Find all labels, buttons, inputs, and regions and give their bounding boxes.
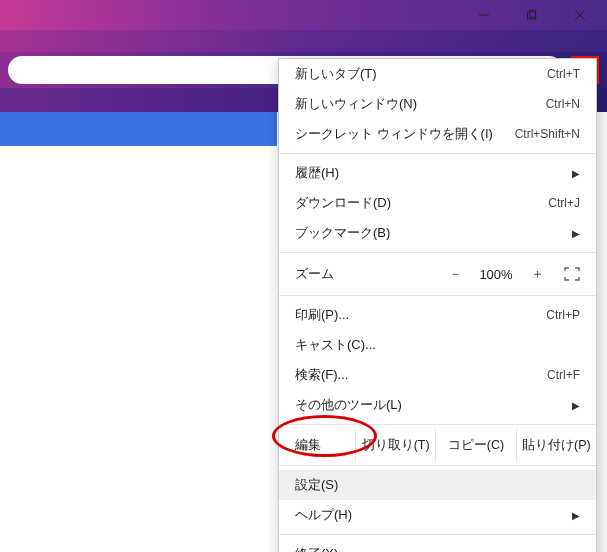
menu-shortcut: Ctrl+N bbox=[546, 97, 580, 111]
menu-item-new-tab[interactable]: 新しいタブ(T) Ctrl+T bbox=[279, 59, 596, 89]
submenu-arrow-icon: ▶ bbox=[572, 228, 580, 239]
menu-label: その他のツール(L) bbox=[295, 396, 402, 414]
menu-separator bbox=[279, 465, 596, 466]
menu-label: ブックマーク(B) bbox=[295, 224, 390, 242]
menu-item-downloads[interactable]: ダウンロード(D) Ctrl+J bbox=[279, 188, 596, 218]
zoom-value: 100% bbox=[474, 267, 518, 282]
menu-item-find[interactable]: 検索(F)... Ctrl+F bbox=[279, 360, 596, 390]
minimize-button[interactable] bbox=[461, 0, 507, 30]
menu-label: 終了(X) bbox=[295, 545, 338, 552]
menu-item-bookmarks[interactable]: ブックマーク(B) ▶ bbox=[279, 218, 596, 248]
menu-label: 設定(S) bbox=[295, 476, 338, 494]
menu-item-edit: 編集 切り取り(T) コピー(C) 貼り付け(P) bbox=[279, 429, 596, 461]
submenu-arrow-icon: ▶ bbox=[572, 168, 580, 179]
menu-item-print[interactable]: 印刷(P)... Ctrl+P bbox=[279, 300, 596, 330]
zoom-out-button[interactable]: － bbox=[440, 261, 470, 287]
menu-separator bbox=[279, 424, 596, 425]
menu-label: ズーム bbox=[295, 265, 436, 283]
content-blue-panel bbox=[0, 112, 277, 146]
menu-separator bbox=[279, 295, 596, 296]
menu-label: キャスト(C)... bbox=[295, 336, 376, 354]
tab-strip bbox=[0, 30, 607, 52]
maximize-button[interactable] bbox=[509, 0, 555, 30]
menu-label: 印刷(P)... bbox=[295, 306, 349, 324]
menu-item-settings[interactable]: 設定(S) bbox=[279, 470, 596, 500]
menu-label: ヘルプ(H) bbox=[295, 506, 352, 524]
submenu-arrow-icon: ▶ bbox=[572, 400, 580, 411]
menu-shortcut: Ctrl+J bbox=[548, 196, 580, 210]
menu-label: 新しいウィンドウ(N) bbox=[295, 95, 417, 113]
browser-main-menu: 新しいタブ(T) Ctrl+T 新しいウィンドウ(N) Ctrl+N シークレッ… bbox=[278, 58, 597, 552]
zoom-in-button[interactable]: ＋ bbox=[522, 261, 552, 287]
menu-item-zoom: ズーム － 100% ＋ bbox=[279, 257, 596, 291]
edit-copy-button[interactable]: コピー(C) bbox=[435, 429, 515, 461]
menu-item-new-window[interactable]: 新しいウィンドウ(N) Ctrl+N bbox=[279, 89, 596, 119]
fullscreen-button[interactable] bbox=[556, 261, 588, 287]
menu-label: 新しいタブ(T) bbox=[295, 65, 377, 83]
menu-shortcut: Ctrl+Shift+N bbox=[515, 127, 580, 141]
menu-item-help[interactable]: ヘルプ(H) ▶ bbox=[279, 500, 596, 530]
menu-item-history[interactable]: 履歴(H) ▶ bbox=[279, 158, 596, 188]
menu-item-more-tools[interactable]: その他のツール(L) ▶ bbox=[279, 390, 596, 420]
menu-shortcut: Ctrl+T bbox=[547, 67, 580, 81]
menu-label: 履歴(H) bbox=[295, 164, 339, 182]
menu-shortcut: Ctrl+F bbox=[547, 368, 580, 382]
menu-shortcut: Ctrl+P bbox=[546, 308, 580, 322]
menu-item-cast[interactable]: キャスト(C)... bbox=[279, 330, 596, 360]
menu-separator bbox=[279, 153, 596, 154]
menu-label: シークレット ウィンドウを開く(I) bbox=[295, 125, 493, 143]
submenu-arrow-icon: ▶ bbox=[572, 510, 580, 521]
menu-separator bbox=[279, 534, 596, 535]
edit-paste-button[interactable]: 貼り付け(P) bbox=[516, 429, 596, 461]
menu-label: 編集 bbox=[295, 437, 355, 454]
edit-cut-button[interactable]: 切り取り(T) bbox=[355, 429, 435, 461]
menu-separator bbox=[279, 252, 596, 253]
window-titlebar bbox=[0, 0, 607, 30]
close-button[interactable] bbox=[557, 0, 603, 30]
menu-label: 検索(F)... bbox=[295, 366, 348, 384]
menu-item-incognito[interactable]: シークレット ウィンドウを開く(I) Ctrl+Shift+N bbox=[279, 119, 596, 149]
menu-item-exit[interactable]: 終了(X) bbox=[279, 539, 596, 552]
menu-label: ダウンロード(D) bbox=[295, 194, 391, 212]
